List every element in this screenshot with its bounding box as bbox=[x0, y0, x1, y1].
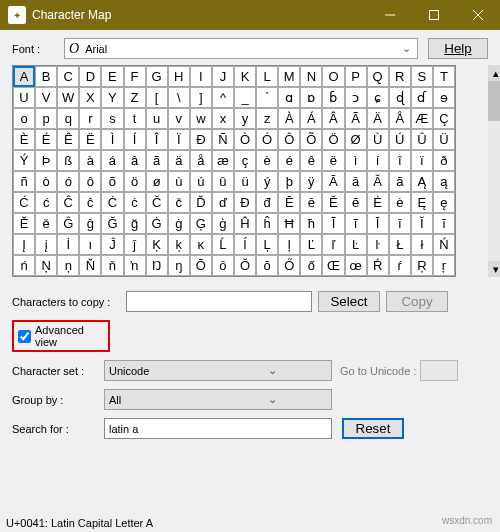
character-cell[interactable]: ù bbox=[168, 171, 190, 192]
character-cell[interactable]: Ü bbox=[433, 129, 455, 150]
character-cell[interactable]: Ģ bbox=[190, 213, 212, 234]
character-cell[interactable]: Ļ bbox=[256, 234, 278, 255]
character-cell[interactable]: č bbox=[168, 192, 190, 213]
character-cell[interactable]: Ĭ bbox=[411, 213, 433, 234]
character-cell[interactable]: þ bbox=[278, 171, 300, 192]
character-cell[interactable]: ä bbox=[168, 150, 190, 171]
character-cell[interactable]: ø bbox=[146, 171, 168, 192]
character-cell[interactable]: [ bbox=[146, 87, 168, 108]
scroll-down-button[interactable]: ▾ bbox=[488, 261, 500, 277]
character-cell[interactable]: Ī bbox=[367, 213, 389, 234]
character-cell[interactable]: D bbox=[79, 66, 101, 87]
character-cell[interactable]: r bbox=[79, 108, 101, 129]
character-cell[interactable]: Į bbox=[13, 234, 35, 255]
character-cell[interactable]: Ď bbox=[190, 192, 212, 213]
character-cell[interactable]: ɑ bbox=[278, 87, 300, 108]
character-cell[interactable]: ĉ bbox=[79, 192, 101, 213]
character-cell[interactable]: Z bbox=[124, 87, 146, 108]
character-cell[interactable]: Ő bbox=[278, 255, 300, 276]
character-cell[interactable]: í bbox=[367, 150, 389, 171]
character-cell[interactable]: Ŏ bbox=[234, 255, 256, 276]
character-cell[interactable]: W bbox=[57, 87, 79, 108]
character-cell[interactable]: Æ bbox=[411, 108, 433, 129]
close-button[interactable] bbox=[456, 0, 500, 30]
character-cell[interactable]: \ bbox=[168, 87, 190, 108]
character-cell[interactable]: ĺ bbox=[234, 234, 256, 255]
character-cell[interactable]: Ħ bbox=[278, 213, 300, 234]
character-cell[interactable]: M bbox=[278, 66, 300, 87]
character-cell[interactable]: ŗ bbox=[433, 255, 455, 276]
character-cell[interactable]: J bbox=[212, 66, 234, 87]
character-cell[interactable]: Đ bbox=[234, 192, 256, 213]
character-cell[interactable]: v bbox=[168, 108, 190, 129]
character-cell[interactable]: ý bbox=[256, 171, 278, 192]
character-cell[interactable]: Y bbox=[101, 87, 123, 108]
character-cell[interactable]: æ bbox=[212, 150, 234, 171]
character-cell[interactable]: Ú bbox=[389, 129, 411, 150]
characters-to-copy-input[interactable] bbox=[126, 291, 312, 312]
character-cell[interactable]: ŋ bbox=[168, 255, 190, 276]
character-cell[interactable]: Ĉ bbox=[57, 192, 79, 213]
character-cell[interactable]: N bbox=[300, 66, 322, 87]
character-cell[interactable]: ı bbox=[79, 234, 101, 255]
character-cell[interactable]: ^ bbox=[212, 87, 234, 108]
character-cell[interactable]: Ĕ bbox=[322, 192, 344, 213]
character-cell[interactable]: y bbox=[234, 108, 256, 129]
character-cell[interactable]: ę bbox=[433, 192, 455, 213]
group-by-dropdown[interactable]: All ⌄ bbox=[104, 389, 332, 410]
character-cell[interactable]: Ĺ bbox=[212, 234, 234, 255]
character-set-dropdown[interactable]: Unicode ⌄ bbox=[104, 360, 332, 381]
character-cell[interactable]: ñ bbox=[13, 171, 35, 192]
character-cell[interactable]: ł bbox=[411, 234, 433, 255]
character-cell[interactable]: x bbox=[212, 108, 234, 129]
character-cell[interactable]: C bbox=[57, 66, 79, 87]
character-cell[interactable]: O bbox=[322, 66, 344, 87]
character-cell[interactable]: Â bbox=[322, 108, 344, 129]
character-cell[interactable]: Ġ bbox=[146, 213, 168, 234]
character-cell[interactable]: Õ bbox=[300, 129, 322, 150]
help-button[interactable]: Help bbox=[428, 38, 488, 59]
character-cell[interactable]: Ć bbox=[13, 192, 35, 213]
character-cell[interactable]: Q bbox=[367, 66, 389, 87]
character-cell[interactable]: Ň bbox=[79, 255, 101, 276]
character-cell[interactable]: ê bbox=[300, 150, 322, 171]
character-cell[interactable]: Ô bbox=[278, 129, 300, 150]
character-cell[interactable]: Ö bbox=[322, 129, 344, 150]
character-cell[interactable]: o bbox=[13, 108, 35, 129]
character-cell[interactable]: é bbox=[278, 150, 300, 171]
character-cell[interactable]: Ā bbox=[322, 171, 344, 192]
character-cell[interactable]: ħ bbox=[300, 213, 322, 234]
character-cell[interactable]: Ø bbox=[345, 129, 367, 150]
character-cell[interactable]: L bbox=[256, 66, 278, 87]
character-cell[interactable]: Ò bbox=[234, 129, 256, 150]
character-cell[interactable]: Û bbox=[411, 129, 433, 150]
character-cell[interactable]: Ê bbox=[57, 129, 79, 150]
character-cell[interactable]: ć bbox=[35, 192, 57, 213]
copy-button[interactable]: Copy bbox=[386, 291, 448, 312]
character-cell[interactable]: Ã bbox=[345, 108, 367, 129]
character-cell[interactable]: ɓ bbox=[322, 87, 344, 108]
character-cell[interactable]: Ì bbox=[101, 129, 123, 150]
character-cell[interactable]: ß bbox=[57, 150, 79, 171]
character-cell[interactable]: À bbox=[278, 108, 300, 129]
character-cell[interactable]: U bbox=[13, 87, 35, 108]
character-cell[interactable]: Ŗ bbox=[411, 255, 433, 276]
character-cell[interactable]: ğ bbox=[124, 213, 146, 234]
character-cell[interactable]: F bbox=[124, 66, 146, 87]
character-cell[interactable]: Ù bbox=[367, 129, 389, 150]
character-cell[interactable]: ö bbox=[124, 171, 146, 192]
character-cell[interactable]: ĝ bbox=[79, 213, 101, 234]
character-cell[interactable]: S bbox=[411, 66, 433, 87]
character-cell[interactable]: ` bbox=[256, 87, 278, 108]
character-cell[interactable]: ā bbox=[345, 171, 367, 192]
character-cell[interactable]: ] bbox=[190, 87, 212, 108]
character-cell[interactable]: Ó bbox=[256, 129, 278, 150]
character-cell[interactable]: ɕ bbox=[367, 87, 389, 108]
character-cell[interactable]: î bbox=[389, 150, 411, 171]
character-cell[interactable]: Ă bbox=[367, 171, 389, 192]
character-cell[interactable]: ĕ bbox=[345, 192, 367, 213]
character-cell[interactable]: Ė bbox=[367, 192, 389, 213]
character-cell[interactable]: E bbox=[101, 66, 123, 87]
character-cell[interactable]: _ bbox=[234, 87, 256, 108]
character-cell[interactable]: į bbox=[35, 234, 57, 255]
